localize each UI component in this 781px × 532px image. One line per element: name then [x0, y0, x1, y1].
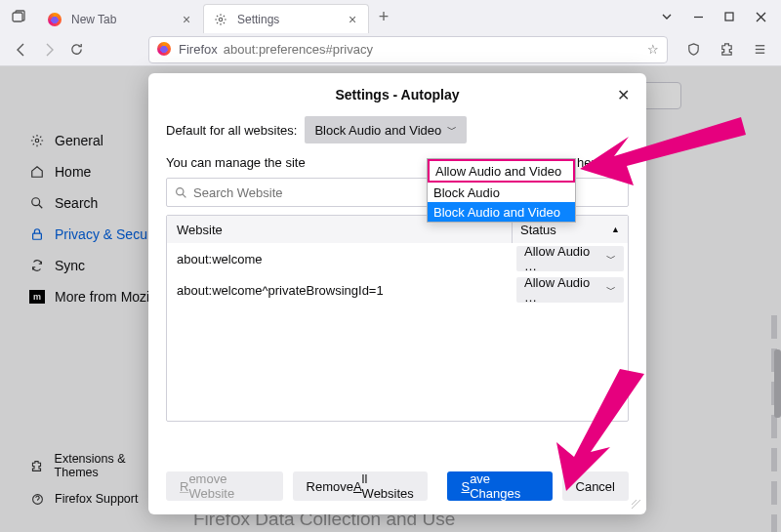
window-titlebar: New Tab × Settings × + — [0, 0, 781, 33]
reload-button[interactable] — [62, 36, 90, 63]
dropdown-option-allow[interactable]: Allow Audio and Video — [428, 159, 575, 183]
minimize-button[interactable] — [691, 10, 705, 23]
svg-point-14 — [177, 187, 184, 194]
url-text: about:preferences#privacy — [224, 42, 647, 57]
bookmark-star-icon[interactable]: ☆ — [647, 42, 659, 57]
url-prefix: Firefox — [179, 42, 218, 57]
url-bar[interactable]: Firefox about:preferences#privacy ☆ — [148, 36, 668, 63]
remove-website-button[interactable]: Remove Website — [166, 471, 283, 501]
table-row[interactable]: about:welcome Allow Audio …﹀ — [167, 243, 628, 274]
svg-point-1 — [219, 18, 223, 21]
firefox-icon — [48, 12, 63, 27]
cell-website: about:welcome — [167, 252, 513, 266]
close-icon[interactable]: × — [345, 12, 360, 27]
nav-toolbar: Firefox about:preferences#privacy ☆ — [0, 33, 781, 66]
sort-caret-icon: ▲ — [611, 225, 620, 234]
row-status-select[interactable]: Allow Audio …﹀ — [516, 246, 624, 271]
dropdown-option-block-av[interactable]: Block Audio and Video — [428, 202, 575, 222]
save-changes-button[interactable]: Save Changes — [447, 471, 552, 501]
exceptions-table: Website Status▲ about:welcome Allow Audi… — [166, 215, 629, 422]
cell-website: about:welcome^privateBrowsingId=1 — [167, 283, 513, 298]
select-value: Block Audio and Video — [314, 123, 441, 138]
shield-icon[interactable] — [679, 36, 707, 63]
tab-settings[interactable]: Settings × — [203, 4, 369, 33]
search-icon — [175, 186, 187, 199]
workspaces-icon[interactable] — [10, 8, 27, 25]
dropdown-option-block-audio[interactable]: Block Audio — [428, 183, 575, 202]
maximize-button[interactable] — [722, 10, 736, 23]
dialog-title: Settings - Autoplay — [335, 87, 459, 102]
svg-rect-0 — [13, 13, 22, 21]
default-select[interactable]: Block Audio and Video ﹀ — [305, 116, 467, 143]
close-icon[interactable]: × — [179, 12, 194, 27]
tab-new-tab[interactable]: New Tab × — [37, 4, 203, 33]
default-select-dropdown: Allow Audio and Video Block Audio Block … — [427, 158, 576, 223]
back-button[interactable] — [8, 36, 35, 63]
app-menu-button[interactable] — [746, 36, 773, 63]
svg-rect-3 — [725, 13, 733, 20]
forward-button[interactable] — [35, 36, 62, 63]
new-tab-button[interactable]: + — [369, 7, 398, 27]
svg-line-15 — [183, 194, 185, 197]
dialog-close-button[interactable]: ✕ — [613, 85, 633, 104]
cancel-button[interactable]: Cancel — [562, 471, 629, 501]
remove-all-button[interactable]: Remove All Websites — [293, 471, 429, 501]
default-label: Default for all websites: — [166, 123, 297, 138]
tab-strip: New Tab × Settings × + — [0, 0, 398, 33]
table-row[interactable]: about:welcome^privateBrowsingId=1 Allow … — [167, 274, 628, 306]
firefox-icon — [157, 42, 173, 58]
row-status-select[interactable]: Allow Audio …﹀ — [516, 277, 624, 303]
search-placeholder: Search Website — [193, 185, 283, 200]
tab-label: New Tab — [71, 13, 179, 26]
window-controls — [660, 10, 781, 23]
chevron-down-icon: ﹀ — [447, 123, 457, 137]
chevron-down-icon[interactable] — [660, 10, 674, 23]
close-button[interactable] — [754, 10, 767, 23]
autoplay-settings-dialog: Settings - Autoplay ✕ Default for all we… — [148, 73, 646, 514]
extensions-icon[interactable] — [713, 36, 740, 63]
chevron-down-icon: ﹀ — [606, 283, 616, 297]
chevron-down-icon: ﹀ — [606, 252, 616, 266]
resize-handle[interactable] — [632, 500, 643, 512]
gear-icon — [214, 12, 229, 27]
tab-label: Settings — [237, 13, 345, 26]
